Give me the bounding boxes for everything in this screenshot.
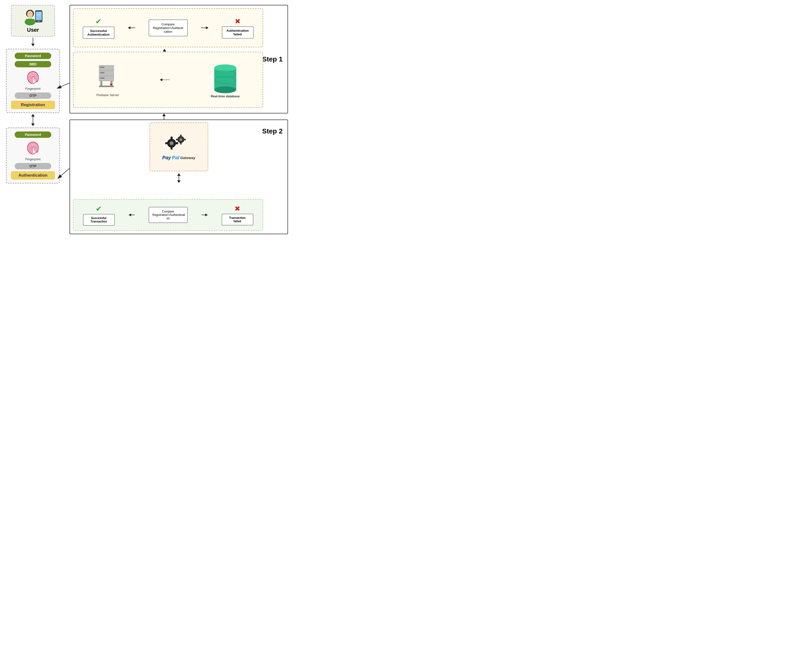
gateway-label: Gateway — [180, 156, 195, 160]
arrow-head-left — [128, 26, 130, 29]
step2-failed-text: Transaction failed — [225, 216, 250, 223]
s2-arrow-head-right — [205, 213, 208, 216]
paypal-compare-arrow — [177, 173, 181, 183]
step1-failed-text: Authenticationfailed — [225, 29, 250, 36]
svg-rect-38 — [184, 139, 186, 140]
user-to-reg-arrow — [5, 36, 61, 46]
db-arrow-head — [160, 78, 162, 81]
server-icon — [97, 63, 119, 92]
db-server-arrow — [160, 78, 170, 81]
reg-auth-arrow — [31, 114, 35, 126]
svg-rect-36 — [180, 142, 182, 144]
step2-compare-row: ✔ Successful Transaction CompareRegistra… — [73, 199, 263, 231]
svg-rect-16 — [110, 84, 112, 85]
svg-rect-28 — [171, 147, 173, 150]
step2-failed-box: ✖ Transaction failed — [221, 205, 253, 226]
step1-success-box: ✔ SuccessfulAuthentication — [83, 17, 114, 39]
svg-rect-35 — [180, 135, 182, 137]
user-label: User — [27, 27, 39, 33]
phone-icon — [35, 10, 43, 23]
svg-rect-7 — [36, 13, 41, 13]
arrow-line — [130, 28, 135, 28]
step2-compare-rect: CompareRegistration=Authentication — [149, 207, 188, 223]
step1-step2-arrow — [162, 114, 166, 120]
svg-point-2 — [27, 11, 33, 18]
step1-failed-box: ✖ Authenticationfailed — [222, 17, 254, 38]
step2-success-box: ✔ Successful Transaction — [83, 204, 115, 226]
step2-success-text: Successful Transaction — [86, 216, 111, 223]
step1-failed-rect: Authenticationfailed — [222, 26, 254, 38]
fingerprint-icon-reg — [25, 69, 41, 86]
password-pill-auth: Password — [15, 132, 51, 138]
svg-rect-18 — [100, 72, 104, 73]
step2-label: Step 2 — [262, 127, 282, 135]
check-icon-step1: ✔ — [96, 17, 102, 26]
authentication-box: Password Fingerprint OTP Aut — [6, 128, 60, 183]
registration-box: Password IMEI Fingerprint — [6, 49, 60, 113]
svg-rect-3 — [26, 19, 35, 25]
step1-compare-rect: CompareRegistration=Authentication — [149, 20, 188, 36]
registration-label: Registration — [11, 101, 55, 109]
paypal-p2: Pal — [172, 155, 179, 160]
diagram-container: User Password IMEI — [0, 0, 293, 239]
imei-pill: IMEI — [15, 61, 51, 68]
step1-box: Step 1 ✔ SuccessfulAuthentication — [69, 5, 288, 114]
step2-right-arrow — [201, 213, 208, 216]
left-column: User Password IMEI — [5, 5, 61, 183]
svg-point-34 — [179, 138, 182, 141]
svg-point-26 — [170, 141, 173, 145]
user-box: User — [11, 5, 55, 36]
fingerprint-label-auth: Fingerprint — [25, 157, 41, 161]
database-label: Real-time database — [211, 94, 240, 98]
svg-rect-19 — [100, 77, 104, 79]
gear-icon — [164, 134, 193, 153]
s2-arrow-line-r — [201, 215, 205, 215]
svg-point-21 — [214, 64, 236, 71]
step1-label: Step 1 — [262, 55, 282, 63]
svg-point-22 — [214, 86, 236, 93]
otp-pill-auth: OTP — [15, 163, 51, 169]
step2-failed-rect: Transaction failed — [221, 214, 253, 226]
compare-right-arrow — [201, 26, 208, 29]
paypal-box: PayPal Gateway — [150, 122, 208, 171]
fingerprint-label-reg: Fingerprint — [25, 87, 41, 91]
user-icon-wrap — [23, 8, 43, 25]
svg-rect-6 — [38, 21, 40, 21]
fingerprint-reg: Fingerprint — [25, 69, 41, 91]
s2-arrow-head-left — [129, 213, 131, 216]
paypal-text: PayPal Gateway — [162, 155, 195, 160]
svg-rect-13 — [100, 81, 102, 86]
s2-arrow-line-l — [131, 215, 135, 215]
svg-rect-29 — [165, 142, 168, 144]
check-icon-step2: ✔ — [96, 204, 102, 213]
x-icon-step1: ✖ — [235, 17, 240, 25]
database-icon — [213, 62, 238, 94]
server-wrap: Firebase Server — [96, 63, 119, 97]
step2-compare-text: CompareRegistration=Authentication — [153, 210, 184, 220]
password-pill-reg: Password — [15, 53, 51, 59]
step1-compare-text: CompareRegistration=Authentication — [153, 23, 184, 33]
step1-compare-row: ✔ SuccessfulAuthentication CompareRegist… — [73, 8, 263, 47]
fingerprint-auth: Fingerprint — [25, 140, 41, 161]
svg-line-44 — [61, 168, 69, 176]
arrow-head-right — [206, 26, 208, 29]
firebase-label: Firebase Server — [96, 93, 119, 97]
otp-pill-reg: OTP — [15, 92, 51, 99]
step2-left-arrow — [129, 213, 135, 216]
svg-line-43 — [61, 83, 69, 87]
step2-success-rect: Successful Transaction — [83, 214, 115, 226]
svg-rect-15 — [99, 86, 114, 87]
step1-success-text: SuccessfulAuthentication — [86, 29, 111, 36]
arrow-line-r — [201, 28, 206, 28]
svg-rect-9 — [36, 15, 40, 16]
fingerprint-icon-auth — [25, 140, 41, 157]
db-wrap: Real-time database — [211, 62, 240, 98]
x-icon-step2: ✖ — [234, 205, 240, 213]
authentication-label: Authentication — [11, 171, 55, 180]
db-arrow-line — [162, 79, 170, 80]
svg-rect-17 — [100, 67, 104, 68]
paypal-p1: Pay — [162, 155, 171, 160]
svg-rect-37 — [176, 139, 178, 140]
compare-left-arrow — [128, 26, 135, 29]
step2-box: Step 2 — [69, 120, 288, 234]
